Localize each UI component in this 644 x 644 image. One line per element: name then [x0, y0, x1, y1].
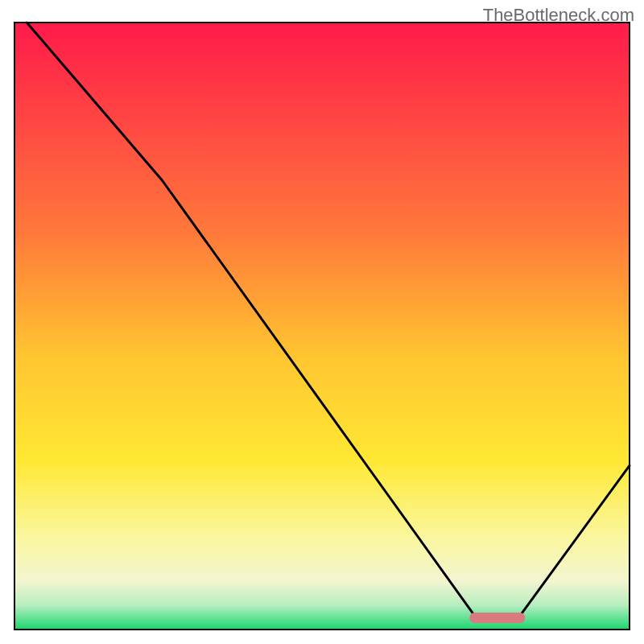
watermark-text: TheBottleneck.com: [483, 5, 634, 26]
chart-container: TheBottleneck.com: [0, 0, 644, 644]
optimal-range-marker: [469, 613, 525, 623]
plot-background: [14, 23, 630, 630]
bottleneck-chart: [0, 0, 644, 644]
